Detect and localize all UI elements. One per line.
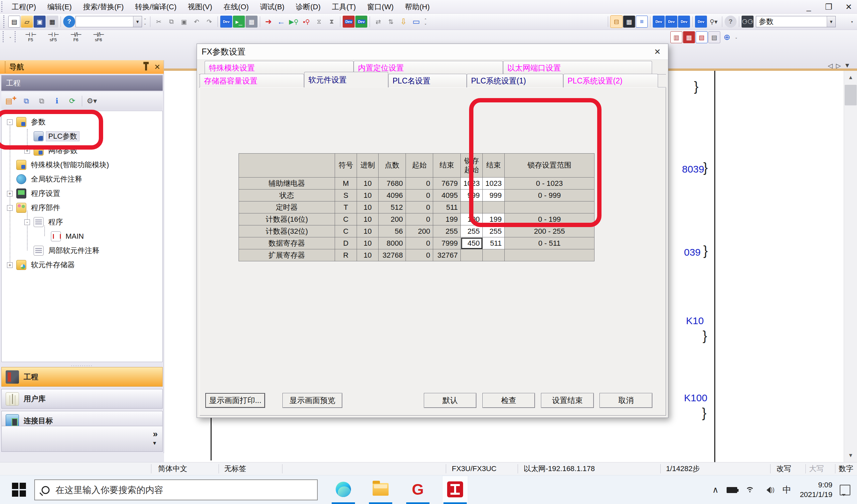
check-button[interactable]: 检查 <box>482 393 535 408</box>
taskbar-search-input[interactable]: 在这里输入你要搜索的内容 <box>34 480 318 500</box>
tree-item-local-comment[interactable]: 局部软元件注释 <box>2 243 162 258</box>
device-comment-icon[interactable]: Dev <box>653 16 665 28</box>
paste-data-icon[interactable]: ⧉ <box>35 94 49 108</box>
tree-item-main[interactable]: MAIN <box>2 229 162 243</box>
scroll-down-icon[interactable]: ▼ <box>844 449 857 462</box>
restore-icon[interactable]: ❐ <box>823 2 834 12</box>
tab-plc-system-1[interactable]: PLC系统设置(1) <box>467 74 563 87</box>
chevron-down-icon[interactable]: ▼ <box>133 16 142 27</box>
tree-item-label[interactable]: 特殊模块(智能功能模块) <box>29 160 111 170</box>
paste-icon[interactable]: ▣ <box>178 16 190 28</box>
device-network-icon[interactable]: Dev <box>678 16 690 28</box>
taskbar-edge-button[interactable] <box>330 476 356 503</box>
cell-latch-end-input[interactable]: 511 <box>483 237 505 249</box>
menu-convert-compile[interactable]: 转换/编译(C) <box>130 0 182 14</box>
comment-display-icon[interactable]: ▥ <box>670 31 682 43</box>
print-screen-button[interactable]: 显示画面打印... <box>205 393 265 408</box>
ime-indicator[interactable]: 中 <box>783 484 791 496</box>
tab-ethernet-port[interactable]: 以太网端口设置 <box>503 61 652 74</box>
start-button[interactable] <box>12 483 26 497</box>
pin-icon[interactable] <box>145 64 147 70</box>
tree-item-label[interactable]: 局部软元件注释 <box>46 246 101 255</box>
cell-latch-start-input[interactable]: 100 <box>461 213 483 225</box>
nav-button-project[interactable]: 工程 <box>1 367 163 387</box>
open-contact-tool[interactable]: ⊣ ⊢F5 <box>20 31 41 43</box>
menu-project[interactable]: 工程(P) <box>6 0 41 14</box>
undo-icon[interactable]: ↶ <box>191 16 203 28</box>
toolbar-grip[interactable] <box>3 31 6 42</box>
tree-item-global-comment[interactable]: 全局软元件注释 <box>2 172 162 186</box>
help-icon[interactable]: ? <box>63 16 75 28</box>
tab-memory-capacity[interactable]: 存储器容量设置 <box>200 74 304 87</box>
collapse-icon[interactable]: - <box>7 119 13 125</box>
toolbar-options-icon[interactable]: ⌃⌄ <box>422 18 428 25</box>
dialog-titlebar[interactable]: FX参数设置 ✕ <box>197 44 668 60</box>
scrollbar-thumb[interactable] <box>845 85 857 105</box>
tree-item-label[interactable]: 程序 <box>46 218 65 227</box>
menu-search-replace[interactable]: 搜索/替换(F) <box>78 0 130 14</box>
project-tree-view-icon[interactable]: ⊟ <box>610 16 622 28</box>
cut-icon[interactable]: ✂ <box>153 16 165 28</box>
menu-view[interactable]: 视图(V) <box>182 0 218 14</box>
scroll-left-icon[interactable]: ◁ <box>828 62 833 69</box>
cell-latch-end-input[interactable]: 199 <box>483 213 505 225</box>
tree-item-plc-parameter[interactable]: PLC参数 <box>2 129 162 143</box>
cell-latch-end-input[interactable]: 999 <box>483 190 505 202</box>
tree-item-label[interactable]: 全局软元件注释 <box>29 175 84 184</box>
tree-item-label[interactable]: 参数 <box>29 117 48 127</box>
device-find-icon[interactable]: ⚲▾ <box>708 16 720 28</box>
cancel-button[interactable]: 取消 <box>600 393 652 408</box>
remote-icon[interactable]: ⇅ <box>385 16 397 28</box>
menu-diagnostics[interactable]: 诊断(D) <box>290 0 326 14</box>
chevron-down-icon[interactable]: ▼ <box>844 62 850 69</box>
cell-latch-start-input-focused[interactable]: 450 <box>461 237 483 249</box>
open-project-icon[interactable]: ▱ <box>21 16 33 28</box>
toolbar-options-icon[interactable]: ⌄ <box>733 31 739 43</box>
toolbar-options-icon[interactable]: ⌄ <box>7 35 13 38</box>
close-icon[interactable]: ✕ <box>651 47 663 57</box>
menu-edit[interactable]: 编辑(E) <box>41 0 77 14</box>
expand-icon[interactable]: + <box>7 191 13 196</box>
parallel-open-contact-tool[interactable]: ⊣ ⊢sF5 <box>42 31 64 43</box>
quick-find-combobox[interactable]: ▼ <box>75 16 142 27</box>
transfer-setup-icon[interactable]: ⇩ <box>398 16 409 28</box>
tray-clock[interactable]: 9:09 2021/1/19 <box>800 481 833 499</box>
print-preview-button[interactable]: 显示画面预览 <box>283 393 342 408</box>
more-buttons-icon[interactable]: » <box>153 429 158 439</box>
menu-debug[interactable]: 调试(B) <box>254 0 290 14</box>
find-start-icon[interactable]: ▶⚲ <box>288 16 300 28</box>
verify-icon[interactable]: ⇄ <box>372 16 384 28</box>
taskbar-explorer-button[interactable] <box>368 476 393 503</box>
context-help-icon[interactable]: ? <box>725 16 737 28</box>
document-view-icon[interactable]: ≡ <box>636 16 648 28</box>
note-display-icon[interactable]: ▧ <box>696 31 708 43</box>
device-write-icon[interactable]: Dev <box>355 16 367 28</box>
tree-item-parameter[interactable]: - 参数 <box>2 115 162 129</box>
close-icon[interactable]: ✕ <box>843 2 854 12</box>
tree-item-program-setting[interactable]: + 程序设置 <box>2 186 162 201</box>
tree-item-special-module[interactable]: 特殊模块(智能功能模块) <box>2 158 162 172</box>
panel-splitter[interactable]: .......... <box>1 362 163 367</box>
device-memory-icon[interactable]: Dev <box>666 16 677 28</box>
data-property-icon[interactable]: ℹ <box>50 94 64 108</box>
vertical-scrollbar[interactable]: ▲ ▼ <box>844 71 857 462</box>
search-target-combobox[interactable]: 参数 ▼ <box>756 16 836 27</box>
tab-plc-system-2[interactable]: PLC系统设置(2) <box>563 74 658 87</box>
toolbar-options-icon[interactable]: ⌃⌄ <box>142 18 148 25</box>
monitor-write-icon[interactable]: ▦ <box>246 16 257 28</box>
cell-latch-start-input[interactable]: 255 <box>461 225 483 237</box>
device-display-icon[interactable]: Dev <box>695 16 707 28</box>
tree-item-network-parameter[interactable]: + 网络参数 <box>2 143 162 158</box>
tree-item-label[interactable]: PLC参数 <box>46 132 79 141</box>
scroll-right-icon[interactable]: ▷ <box>836 62 841 69</box>
module-config-icon[interactable]: ▦ <box>623 16 635 28</box>
statement-display-icon[interactable]: ▦ <box>683 31 695 43</box>
tree-item-program[interactable]: - 程序 <box>2 215 162 229</box>
copy-icon[interactable]: ⧉ <box>165 16 177 28</box>
cell-latch-end-input[interactable]: 1023 <box>483 177 505 190</box>
zoom-icon[interactable]: ⊕ <box>721 31 733 43</box>
tree-item-label[interactable]: 网络参数 <box>46 146 80 155</box>
tree-item-device-memory[interactable]: + 软元件存储器 <box>2 258 162 272</box>
display-format-icon[interactable]: ▤ <box>708 31 720 43</box>
device-read-icon[interactable]: Dev <box>343 16 355 28</box>
